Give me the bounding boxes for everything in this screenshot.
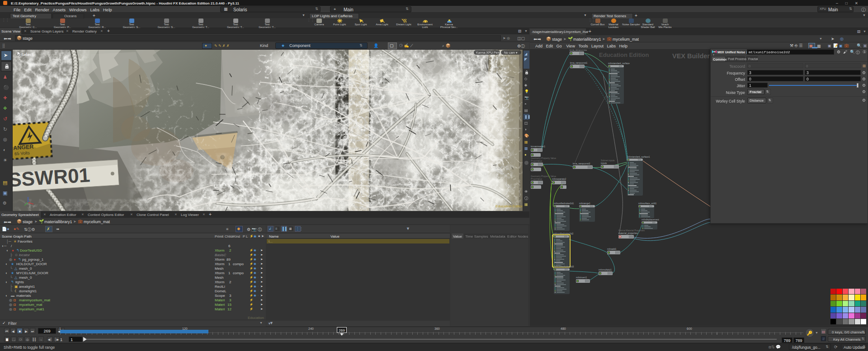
svg-text:VEX Builder: VEX Builder: [672, 52, 710, 60]
svg-text:mtlxsurface_unlit1: mtlxsurface_unlit1: [638, 202, 657, 205]
svg-text:No cam ▾: No cam ▾: [504, 51, 518, 54]
svg-text:PropValue: PropValue: [531, 159, 542, 162]
svg-text:PropValue: PropValue: [531, 178, 542, 180]
svg-text:kmvanreader1: kmvanreader1: [531, 145, 545, 148]
svg-text:kma_rampconst3: kma_rampconst3: [573, 162, 590, 165]
svg-text:mtlxinvert1: mtlxinvert1: [576, 276, 587, 279]
svg-text:mtlxadd1: mtlxadd1: [607, 248, 617, 250]
svg-text:Karma XPU Persp ▾: Karma XPU Persp ▾: [476, 51, 505, 55]
svg-text:mtlxdisplacement: mtlxdisplacement: [642, 218, 659, 221]
svg-text:mtlxmultiply1: mtlxmultiply1: [599, 268, 612, 271]
svg-text:inputs: inputs: [601, 162, 607, 164]
svg-text:mtlxunifiednoise2d3: mtlxunifiednoise2d3: [554, 265, 574, 268]
svg-text:kma_rampconst2: kma_rampconst2: [570, 50, 587, 51]
svg-text:mtlxstandard_surface: mtlxstandard_surface: [608, 62, 630, 65]
svg-text:kma_rampconst1: kma_rampconst1: [570, 61, 588, 64]
svg-text:mtlxstandard_surface1: mtlxstandard_surface1: [627, 155, 650, 158]
svg-text:material_properties: material_properties: [618, 232, 638, 234]
svg-text:Finalizing 0:10: Finalizing 0:10: [494, 56, 516, 60]
svg-text:Education Edition: Education Edition: [599, 51, 649, 58]
svg-text:Select: Select: [21, 52, 33, 57]
svg-text:Education Edition: Education Edition: [495, 204, 524, 208]
svg-text:mtlxrange1: mtlxrange1: [579, 202, 590, 205]
svg-text:mtlxseparate2: mtlxseparate2: [552, 178, 566, 180]
svg-text:mtlxunifiednoise2d1: mtlxunifiednoise2d1: [554, 202, 574, 205]
